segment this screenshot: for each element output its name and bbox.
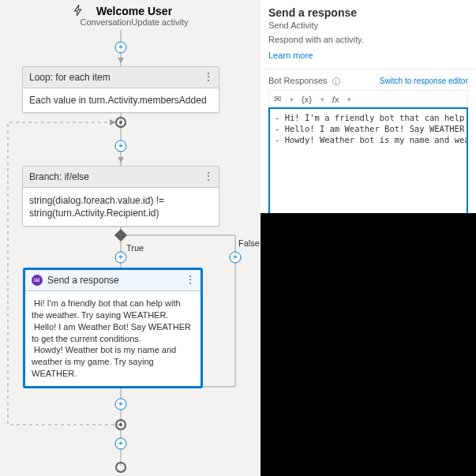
trigger-subtitle: ConversationUpdate activity [63, 17, 205, 27]
svg-text:+: + [118, 399, 123, 408]
svg-text:+: + [118, 43, 123, 51]
add-false-1[interactable] [230, 252, 241, 263]
trigger-title: Welcome User [63, 5, 205, 17]
false-label: False [238, 238, 260, 248]
loop-node[interactable]: Loop: for each item ⋮ Each value in turn… [22, 66, 219, 113]
add-merge[interactable] [115, 399, 126, 410]
branch-diamond [114, 229, 127, 242]
send-title: Send a response [47, 275, 119, 286]
loop-join-bottom [116, 420, 126, 429]
tool-variable-icon[interactable]: {x} [302, 95, 312, 104]
bot-responses-label: Bot Responses [268, 76, 328, 85]
branch-title: Branch: if/else [29, 171, 89, 182]
add-true-1[interactable] [115, 252, 126, 263]
svg-text:+: + [118, 141, 123, 150]
svg-marker-2 [118, 58, 124, 63]
loop-title: Loop: for each item [29, 72, 111, 83]
svg-point-18 [119, 423, 122, 426]
trigger-header: Welcome User ConversationUpdate activity [63, 5, 205, 27]
branch-node[interactable]: Branch: if/else ⋮ string(dialog.foreach.… [22, 166, 219, 227]
branch-menu[interactable]: ⋮ [203, 170, 214, 182]
true-label: True [126, 243, 144, 253]
branch-body: string(dialog.foreach.value.id) != strin… [23, 188, 219, 226]
svg-text:+: + [118, 253, 123, 261]
editor-toolbar: ✉▾ {x}▾ fx▾ [268, 90, 468, 107]
add-node-2[interactable] [115, 141, 126, 152]
send-response-node[interactable]: ✉ Send a response ⋮ Hi! I'm a friendly b… [24, 268, 202, 388]
switch-editor-link[interactable]: Switch to response editor [380, 77, 468, 85]
tool-fx-icon[interactable]: fx [332, 95, 339, 104]
svg-marker-6 [118, 157, 124, 163]
end-node [116, 463, 126, 472]
panel-desc: Respond with an activity. [268, 35, 468, 44]
svg-text:+: + [118, 439, 123, 448]
send-menu[interactable]: ⋮ [185, 273, 196, 286]
loop-body: Each value in turn.Activity.membersAdded [23, 88, 219, 112]
chat-icon: ✉ [32, 275, 43, 286]
tool-message-icon[interactable]: ✉ [274, 94, 281, 104]
panel-subtitle: Send Activity [268, 21, 468, 30]
svg-point-4 [119, 121, 122, 124]
add-end[interactable] [115, 438, 126, 449]
code-editor[interactable]: - Hi! I'm a friendly bot that can help w… [268, 107, 468, 224]
svg-text:+: + [233, 253, 238, 261]
add-node-1[interactable] [115, 42, 126, 53]
svg-marker-17 [110, 119, 116, 126]
info-icon[interactable]: i [332, 77, 340, 85]
send-body: Hi! I'm a friendly bot that can help wit… [25, 291, 201, 386]
loop-join-top [116, 118, 126, 127]
learn-more-link[interactable]: Learn more [268, 51, 313, 60]
loop-menu[interactable]: ⋮ [203, 70, 214, 83]
panel-title: Send a response [268, 6, 468, 19]
empty-area [260, 213, 476, 476]
